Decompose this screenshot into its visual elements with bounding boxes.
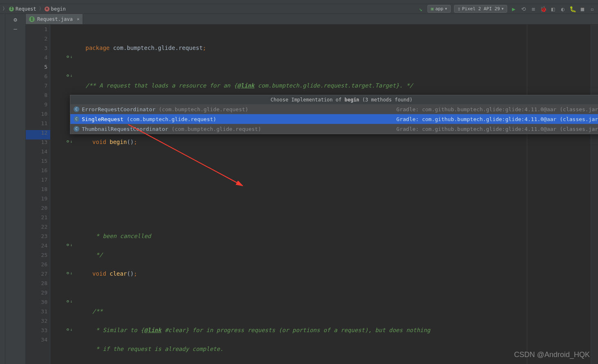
android-icon: ▣ xyxy=(431,6,434,11)
line-number: 26 xyxy=(26,260,47,269)
run-config-dropdown[interactable]: ▣ app ▼ xyxy=(427,5,451,13)
right-margin xyxy=(527,25,527,364)
line-number: 12 xyxy=(26,128,47,137)
marker-bar[interactable] xyxy=(591,25,598,364)
line-number: 30 xyxy=(26,297,47,307)
line-number: 29 xyxy=(26,288,47,297)
device-dropdown[interactable]: ▯ Pixel 2 API 29 ▼ xyxy=(454,5,507,13)
implementation-row[interactable]: CErrorRequestCoordinator (com.bumptech.g… xyxy=(70,104,598,114)
class-icon: C xyxy=(74,126,79,132)
breadcrumb-item-class[interactable]: I Request xyxy=(9,6,36,12)
line-number: 31 xyxy=(26,307,47,316)
override-gutter: ⭘↓⭘↓⭘↓⭘↓⭘↓⭘↓⭘↓ xyxy=(50,25,79,364)
line-number: 1 xyxy=(26,25,47,34)
apply-changes-icon[interactable]: ⟲ xyxy=(520,6,527,12)
profiler-icon[interactable]: ◐ xyxy=(560,6,566,12)
line-number: 9 xyxy=(26,100,47,109)
breadcrumb-sep: 〉 xyxy=(2,5,7,12)
line-number: 27 xyxy=(26,269,47,279)
close-icon[interactable]: ✕ xyxy=(77,16,80,22)
override-icon[interactable]: ⭘↓ xyxy=(66,327,72,332)
line-number: 7 xyxy=(26,81,47,90)
line-number: 18 xyxy=(26,184,47,194)
line-number: 23 xyxy=(26,231,47,241)
line-number: 6 xyxy=(26,72,47,81)
line-number: 22 xyxy=(26,222,47,231)
line-number: 8 xyxy=(26,90,47,100)
java-file-icon: I xyxy=(29,16,35,22)
breadcrumb-sep: 〉 xyxy=(39,5,44,12)
override-icon[interactable]: ⭘↓ xyxy=(66,271,72,275)
attach-icon[interactable]: 🐛 xyxy=(569,6,576,12)
method-icon: m xyxy=(45,7,49,11)
code-text[interactable]: package com.bumptech.glide.request; /** … xyxy=(79,25,591,364)
project-tool-stripe[interactable] xyxy=(0,14,5,364)
watermark: CSDN @Android_HQK xyxy=(514,351,590,359)
line-number: 15 xyxy=(26,156,47,166)
build-icon[interactable]: ↘ xyxy=(418,6,424,12)
line-number: 10 xyxy=(26,109,47,119)
line-number: 20 xyxy=(26,203,47,213)
tool-column: ⚙ — xyxy=(5,14,26,364)
toolbar-right: ↘ ▣ app ▼ ▯ Pixel 2 API 29 ▼ ▶ ⟲ ≡ 🐞 ◧ ◐… xyxy=(418,5,596,13)
collapse-icon[interactable]: — xyxy=(13,25,17,32)
chevron-down-icon: ▼ xyxy=(501,7,504,11)
editor-tab[interactable]: I Request.java ✕ xyxy=(26,14,83,24)
override-icon[interactable]: ⭘↓ xyxy=(66,54,72,59)
override-icon[interactable]: ⭘↓ xyxy=(66,73,72,78)
line-number: 14 xyxy=(26,147,47,156)
line-number: 13 xyxy=(26,137,47,147)
popup-title: Choose Implementation of begin (3 method… xyxy=(70,95,598,104)
avd-icon[interactable]: ▫ xyxy=(589,6,596,12)
class-icon: I xyxy=(9,7,14,11)
line-number: 33 xyxy=(26,326,47,335)
line-number: 2 xyxy=(26,34,47,43)
debug-icon[interactable]: 🐞 xyxy=(540,6,546,12)
line-number: 19 xyxy=(26,194,47,203)
line-number-gutter: 1234567891011121314151617181920212223242… xyxy=(26,25,50,364)
implementation-row[interactable]: CSingleRequest (com.bumptech.glide.reque… xyxy=(70,114,598,124)
line-number: 34 xyxy=(26,335,47,344)
gear-icon[interactable]: ⚙ xyxy=(13,16,17,23)
override-icon[interactable]: ⭘↓ xyxy=(66,299,72,303)
line-number: 5 xyxy=(26,62,47,72)
override-icon[interactable]: ⭘↓ xyxy=(66,243,72,247)
line-number: 24 xyxy=(26,241,47,250)
line-number: 32 xyxy=(26,316,47,326)
line-number: 17 xyxy=(26,175,47,184)
override-icon[interactable]: ⭘↓ xyxy=(66,139,72,144)
stop-icon[interactable]: ■ xyxy=(579,6,586,12)
editor-tabs: I Request.java ✕ xyxy=(26,14,598,25)
line-number: 25 xyxy=(26,250,47,260)
choose-implementation-popup: Choose Implementation of begin (3 method… xyxy=(70,95,598,134)
phone-icon: ▯ xyxy=(458,6,461,11)
line-number: 4 xyxy=(26,53,47,62)
line-number: 11 xyxy=(26,119,47,128)
coverage-icon[interactable]: ◧ xyxy=(550,6,556,12)
editor-area: I Request.java ✕ 12345678910111213141516… xyxy=(26,14,598,364)
run-icon[interactable]: ▶ xyxy=(510,6,517,12)
line-number: 28 xyxy=(26,279,47,288)
class-icon: C xyxy=(74,116,79,122)
implementation-row[interactable]: CThumbnailRequestCoordinator (com.bumpte… xyxy=(70,124,598,134)
line-number: 3 xyxy=(26,43,47,53)
breadcrumb-item-method[interactable]: m begin xyxy=(45,6,66,12)
navigation-bar: 〉 I Request 〉 m begin ↘ ▣ app ▼ ▯ Pixel … xyxy=(0,4,598,14)
line-number: 16 xyxy=(26,166,47,175)
menu-bar xyxy=(0,0,598,4)
class-icon: C xyxy=(74,106,79,112)
chevron-down-icon: ▼ xyxy=(445,7,447,11)
line-number: 21 xyxy=(26,213,47,222)
code-editor[interactable]: 1234567891011121314151617181920212223242… xyxy=(26,25,598,364)
apply-code-icon[interactable]: ≡ xyxy=(530,6,537,12)
